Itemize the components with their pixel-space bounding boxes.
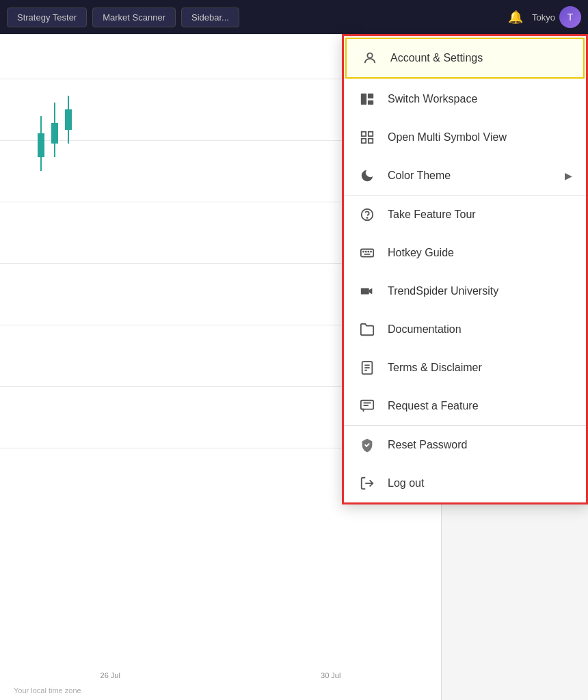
keyboard-icon	[358, 243, 377, 262]
chart-svg	[0, 34, 294, 513]
video-icon	[358, 282, 377, 301]
menu-label-reset-password: Reset Password	[388, 439, 572, 451]
sidebar-button[interactable]: Sidebar...	[181, 8, 239, 27]
menu-item-reset-password[interactable]: Reset Password	[344, 426, 586, 464]
svg-rect-13	[369, 139, 373, 143]
menu-item-terms[interactable]: Terms & Disclaimer	[344, 349, 586, 387]
user-menu-trigger[interactable]: Tokyo T	[532, 6, 581, 28]
svg-point-6	[367, 53, 372, 58]
svg-rect-12	[362, 139, 366, 143]
menu-label-switch-workspace: Switch Workspace	[388, 93, 572, 105]
menu-label-university: TrendSpider University	[388, 285, 572, 297]
menu-label-logout: Log out	[388, 477, 572, 489]
svg-rect-7	[361, 94, 366, 105]
avatar-initial: T	[567, 12, 574, 23]
menu-item-account-settings[interactable]: Account & Settings	[345, 38, 585, 79]
local-time-note: Your local time zone	[14, 686, 81, 695]
logout-icon	[358, 474, 377, 493]
menu-item-request-feature[interactable]: Request a Feature	[344, 387, 586, 425]
menu-item-documentation[interactable]: Documentation	[344, 310, 586, 349]
menu-item-multi-symbol[interactable]: Open Multi Symbol View	[344, 118, 586, 157]
svg-rect-16	[361, 250, 373, 257]
time-label-26: 26 Jul	[101, 671, 120, 679]
submenu-arrow-icon: ▶	[565, 170, 572, 181]
workspace-icon	[358, 90, 377, 109]
menu-label-account-settings: Account & Settings	[390, 52, 570, 64]
shield-icon	[358, 435, 377, 455]
svg-rect-1	[51, 123, 58, 144]
menu-label-documentation: Documentation	[388, 323, 572, 336]
toolbar: Strategy Tester Market Scanner Sidebar..…	[0, 0, 588, 34]
menu-label-request-feature: Request a Feature	[388, 400, 572, 412]
help-icon	[358, 205, 377, 224]
bell-icon[interactable]: 🔔	[505, 6, 526, 28]
user-name: Tokyo	[532, 12, 555, 23]
menu-item-feature-tour[interactable]: Take Feature Tour	[344, 196, 586, 234]
strategy-tester-button[interactable]: Strategy Tester	[7, 8, 87, 27]
menu-item-color-theme[interactable]: Color Theme▶	[344, 157, 586, 195]
svg-rect-5	[65, 109, 72, 130]
menu-item-switch-workspace[interactable]: Switch Workspace	[344, 80, 586, 118]
menu-label-hotkey-guide: Hotkey Guide	[388, 247, 572, 259]
menu-item-logout[interactable]: Log out	[344, 464, 586, 502]
time-axis: 26 Jul 30 Jul	[0, 671, 441, 679]
svg-rect-22	[361, 288, 369, 294]
svg-rect-3	[38, 133, 44, 157]
dropdown-menu: Account & SettingsSwitch WorkspaceOpen M…	[342, 34, 588, 504]
avatar[interactable]: T	[559, 6, 581, 28]
folder-icon	[358, 320, 377, 339]
svg-rect-10	[362, 132, 366, 136]
market-scanner-button[interactable]: Market Scanner	[92, 8, 176, 27]
svg-rect-9	[368, 100, 373, 105]
menu-label-terms: Terms & Disclaimer	[388, 362, 572, 374]
svg-rect-11	[369, 132, 373, 136]
chat-icon	[358, 396, 377, 416]
svg-rect-27	[361, 401, 373, 409]
menu-label-color-theme: Color Theme	[388, 170, 554, 182]
document-icon	[358, 358, 377, 377]
menu-label-multi-symbol: Open Multi Symbol View	[388, 131, 572, 144]
person-icon	[360, 49, 379, 68]
grid-icon	[358, 128, 377, 147]
menu-item-hotkey-guide[interactable]: Hotkey Guide	[344, 234, 586, 272]
time-label-30: 30 Jul	[321, 671, 340, 679]
menu-item-university[interactable]: TrendSpider University	[344, 272, 586, 310]
svg-rect-8	[368, 94, 373, 98]
menu-label-feature-tour: Take Feature Tour	[388, 208, 572, 221]
moon-icon	[358, 166, 377, 185]
